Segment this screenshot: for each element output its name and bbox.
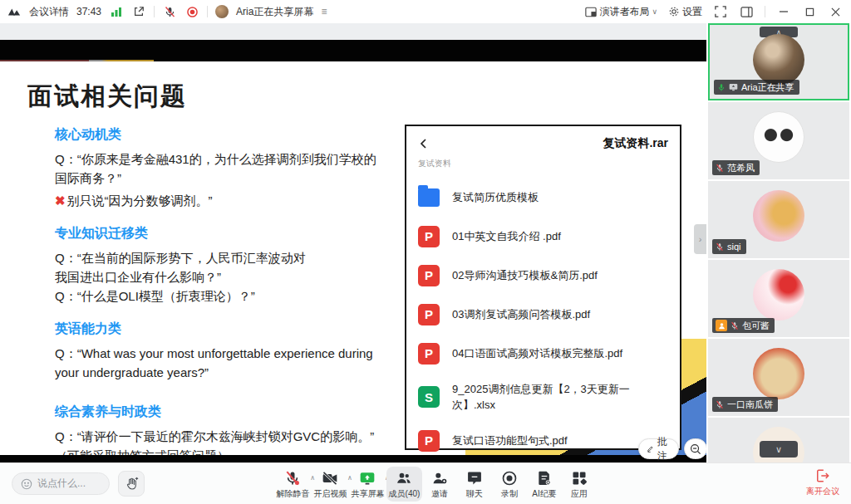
file-row[interactable]: P 01中英文自我介绍 .pdf xyxy=(418,225,668,247)
more-participants-button[interactable]: ∨ xyxy=(760,441,798,458)
chat-button[interactable]: 聊天 xyxy=(457,467,492,502)
open-external-icon[interactable] xyxy=(131,4,146,19)
participant-name-badge: 一口南瓜饼 xyxy=(712,397,778,412)
presentation-slide: 面试相关问题 核心动机类 Q：“你原来是考金融431的，为什么选择调剂到我们学校… xyxy=(0,61,706,455)
apps-button[interactable]: 应用 xyxy=(562,467,597,502)
participants-sidebar: ∧ Aria正在共享 范希凤 siqi xyxy=(706,23,851,462)
participant-name-badge: Aria正在共享 xyxy=(714,80,799,95)
file-row[interactable]: P 复试口语功能型句式.pdf xyxy=(418,429,668,452)
participant-tile-baokejiang[interactable]: 包可酱 xyxy=(708,260,849,337)
participant-tile-partial[interactable]: ∨ xyxy=(708,418,849,462)
slide-section: 专业知识迁移类 Q：“在当前的国际形势下，人民币汇率波动对 我国进出口企业有什么… xyxy=(55,225,404,306)
participant-name: 范希凤 xyxy=(727,162,755,174)
share-screen-button[interactable]: 共享屏幕 ∧ xyxy=(349,467,386,502)
section-line: Q：“What was your most unforgettable expe… xyxy=(55,344,404,363)
members-button[interactable]: 成员(40) xyxy=(386,467,422,502)
close-button[interactable] xyxy=(828,4,843,19)
participant-name-badge: 包可酱 xyxy=(712,318,775,333)
participant-name: Aria正在共享 xyxy=(741,81,794,94)
invite-button[interactable]: 邀请 xyxy=(422,467,457,502)
pdf-file-icon: P xyxy=(418,343,440,365)
fullscreen-icon[interactable] xyxy=(713,4,728,19)
pdf-file-icon: P xyxy=(418,430,440,452)
participant-tile-aria[interactable]: ∧ Aria正在共享 xyxy=(708,23,849,100)
spreadsheet-file-icon: S xyxy=(418,386,440,408)
file-row[interactable]: P 02导师沟通技巧模板&简历.pdf xyxy=(418,264,668,286)
meeting-details-button[interactable]: 会议详情 xyxy=(29,5,69,19)
leave-meeting-label: 离开会议 xyxy=(806,486,839,497)
slide-section: 英语能力类 Q：“What was your most unforgettabl… xyxy=(55,321,404,382)
participant-tile-fanxifeng[interactable]: 范希凤 xyxy=(708,102,849,179)
file-row[interactable]: P 04口语面试高频对话模板完整版.pdf xyxy=(418,342,668,365)
mic-muted-icon xyxy=(716,164,724,173)
section-line: Q：“在当前的国际形势下，人民币汇率波动对 xyxy=(55,248,404,267)
sidebar-collapse-handle[interactable]: › xyxy=(694,224,706,254)
main-area: 面试相关问题 核心动机类 Q：“你原来是考金融431的，为什么选择调剂到我们学校… xyxy=(0,23,851,462)
chevron-down-icon: ∨ xyxy=(775,444,782,455)
section-line: Q：“什么是OLI模型（折衷理论）？” xyxy=(55,286,404,306)
archive-title: 复试资料.rar xyxy=(603,136,668,151)
annotate-label: 批注 xyxy=(657,435,671,463)
unmute-button[interactable]: 解除静音 ∧ xyxy=(274,467,312,502)
tool-label: 聊天 xyxy=(466,488,483,500)
screen-share-icon xyxy=(729,83,738,91)
participant-name-badge: 范希凤 xyxy=(712,160,760,175)
leave-meeting-icon xyxy=(814,467,831,484)
settings-button[interactable]: 设置 xyxy=(668,5,702,19)
sharing-list-icon[interactable]: ≡ xyxy=(321,6,327,17)
mic-muted-icon xyxy=(716,242,724,252)
file-name: 02导师沟通技巧模板&简历.pdf xyxy=(452,267,667,283)
camera-off-icon xyxy=(322,470,338,487)
record-button[interactable]: 录制 xyxy=(492,467,527,502)
section-heading: 核心动机类 xyxy=(55,126,404,144)
file-row[interactable]: P 03调剂复试高频问答模板.pdf xyxy=(418,303,668,325)
back-icon[interactable] xyxy=(418,138,430,149)
participant-tile-yikounanguabing[interactable]: 一口南瓜饼 xyxy=(708,339,849,416)
avatar xyxy=(753,348,804,399)
file-name: 03调剂复试高频问答模板.pdf xyxy=(452,306,667,322)
quick-chat-input[interactable]: 说点什么... xyxy=(12,472,110,495)
file-row[interactable]: 复试简历优质模板 xyxy=(418,186,668,208)
recording-status-icon xyxy=(184,4,199,19)
file-browser-panel: 复试资料.rar 复试资料 复试简历优质模板 P 01中英文自我介绍 .pdf … xyxy=(405,125,681,450)
file-name: 04口语面试高频对话模板完整版.pdf xyxy=(452,345,667,361)
layout-button[interactable]: 演讲者布局 ∨ xyxy=(585,5,657,19)
raised-hand-icon xyxy=(124,476,139,492)
avatar xyxy=(753,34,804,86)
chat-icon xyxy=(466,470,483,487)
side-panel-toggle-icon[interactable] xyxy=(739,4,754,19)
signal-strength-icon xyxy=(109,4,124,19)
file-name: 01中英文自我介绍 .pdf xyxy=(452,228,667,244)
tool-label: AI纪要 xyxy=(532,488,556,500)
section-line: 国际商务？” xyxy=(55,169,404,188)
file-name: 9_2025调剂信息更新【2，3天更新一次】.xlsx xyxy=(452,381,667,413)
apps-grid-icon xyxy=(571,470,588,487)
leave-meeting-button[interactable]: 离开会议 xyxy=(806,467,839,497)
maximize-button[interactable] xyxy=(802,4,817,19)
zoom-out-button[interactable] xyxy=(684,438,706,459)
raise-hand-button[interactable] xyxy=(118,471,145,497)
participant-name-badge: siqi xyxy=(712,239,746,254)
start-video-button[interactable]: 开启视频 ∧ xyxy=(312,467,349,502)
section-heading: 专业知识迁移类 xyxy=(55,225,404,242)
screen-share-icon xyxy=(359,470,376,487)
meeting-toolbar: 说点什么... 解除静音 ∧ 开启视频 ∧ 共享屏幕 ∧ 成员(40) 邀请 xyxy=(0,462,851,504)
mic-muted-icon xyxy=(730,321,739,330)
tool-label: 录制 xyxy=(501,488,518,500)
chat-placeholder: 说点什么... xyxy=(37,477,86,491)
avatar xyxy=(753,190,804,242)
participant-tile-siqi[interactable]: siqi xyxy=(708,181,849,258)
section-line: 我国进出口企业有什么影响？” xyxy=(55,267,404,286)
ai-notes-button[interactable]: AI纪要 xyxy=(527,467,562,502)
sharer-avatar xyxy=(215,5,229,18)
members-icon xyxy=(396,470,412,487)
share-letterbox-top xyxy=(0,40,706,61)
file-row[interactable]: S 9_2025调剂信息更新【2，3天更新一次】.xlsx xyxy=(418,381,668,413)
minimize-button[interactable] xyxy=(776,4,791,19)
sharing-banner: Aria正在共享屏幕 xyxy=(236,5,313,19)
meeting-timer: 37:43 xyxy=(76,6,101,17)
annotate-button[interactable]: 批注 xyxy=(638,438,679,459)
slide-section: 综合素养与时政类 Q：“请评价一下最近的霍尔木兹海峡封锁对GVC的影响。” （可… xyxy=(55,404,404,462)
tool-label: 解除静音 xyxy=(277,488,310,500)
slide-title: 面试相关问题 xyxy=(27,80,187,114)
